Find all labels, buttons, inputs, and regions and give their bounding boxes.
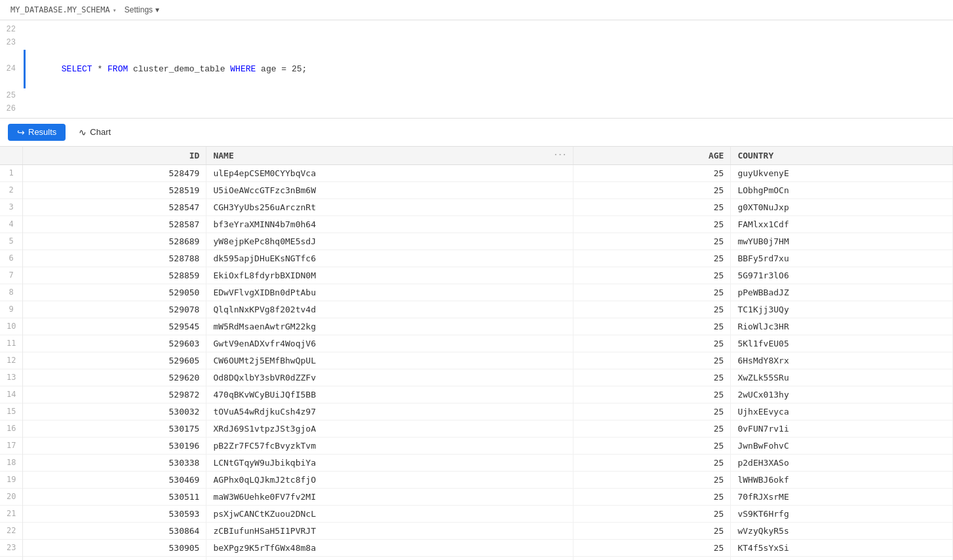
col-name-label: NAME	[213, 151, 233, 160]
cell-id: 529050	[23, 284, 206, 301]
cell-id: 530864	[23, 522, 206, 539]
cell-age: 25	[574, 233, 731, 250]
cell-id: 530469	[23, 471, 206, 488]
cell-age: 25	[574, 215, 731, 233]
cell-country: JwnBwFohvC	[731, 437, 953, 454]
row-number: 19	[0, 471, 23, 488]
cell-country: guyUkvenyE	[731, 164, 953, 181]
cell-name: XRdJ69S1vtpzJSt3gjoA	[206, 420, 574, 437]
cell-age: 25	[574, 403, 731, 420]
cell-name: AGPhx0qLQJkmJ2tc8fjO	[206, 471, 574, 488]
cell-age: 25	[574, 198, 731, 215]
header-row: ID NAME ··· AGE COUNTRY	[0, 147, 953, 165]
table-row: 11529603GwtV9enADXvfr4WoqjV6255Kl1fvEU05	[0, 335, 953, 352]
cell-age: 25	[574, 386, 731, 403]
cell-age: 25	[574, 250, 731, 267]
row-number: 12	[0, 352, 23, 369]
cell-age: 25	[574, 369, 731, 386]
db-selector[interactable]: MY_DATABASE.MY_SCHEMA ▾	[10, 5, 117, 14]
settings-button[interactable]: Settings ▾	[125, 5, 159, 14]
table-row: 5528689yW8ejpKePc8hq0ME5sdJ25mwYUB0j7HM	[0, 233, 953, 250]
row-number: 21	[0, 505, 23, 522]
line-number: 22	[0, 24, 24, 35]
cell-country: mwYUB0j7HM	[731, 233, 953, 250]
sql-editor[interactable]: 22 23 24 SELECT * FROM cluster_demo_tabl…	[0, 20, 953, 119]
table-row: 23530905beXPgz9K5rTfGWx48m8a25KT4f5sYxSi	[0, 539, 953, 556]
cell-country: LObhgPmOCn	[731, 181, 953, 198]
cell-id: 530032	[23, 403, 206, 420]
cell-country: 5G971r3lO6	[731, 267, 953, 284]
results-label: Results	[28, 127, 56, 137]
row-num-header	[0, 147, 23, 165]
chart-button[interactable]: ∿ Chart	[71, 124, 119, 141]
line-number: 24	[0, 63, 24, 75]
cell-country: 0vFUN7rv1i	[731, 420, 953, 437]
table-row: 12529605CW6OUMt2j5EMfBhwQpUL256HsMdY8Xrx	[0, 352, 953, 369]
cell-id: 528519	[23, 181, 206, 198]
top-bar: MY_DATABASE.MY_SCHEMA ▾ Settings ▾	[0, 0, 953, 20]
cell-country: g0XT0NuJxp	[731, 198, 953, 215]
cell-name: U5iOeAWccGTFzc3nBm6W	[206, 181, 574, 198]
results-button[interactable]: ↪ Results	[8, 124, 66, 141]
table-row: 15530032tOVuA54wRdjkuCsh4z9725UjhxEEvyca	[0, 403, 953, 420]
col-age-label: AGE	[709, 151, 724, 160]
cell-id: 530338	[23, 454, 206, 471]
cell-name: QlqlnNxKPVg8f202tv4d	[206, 301, 574, 318]
col-country-label: COUNTRY	[737, 151, 773, 160]
row-number: 14	[0, 386, 23, 403]
cell-name: CGH3YyUbs256uArcznRt	[206, 198, 574, 215]
line-number: 23	[0, 37, 24, 48]
cell-country: XwZLk55SRu	[731, 369, 953, 386]
row-number: 4	[0, 215, 23, 233]
cell-id: 528689	[23, 233, 206, 250]
cell-country: wVzyQkyR5s	[731, 522, 953, 539]
editor-line-26: 26	[0, 102, 953, 115]
cell-age: 25	[574, 437, 731, 454]
editor-line-22: 22	[0, 23, 953, 36]
cell-age: 25	[574, 505, 731, 522]
col-header-id[interactable]: ID	[23, 147, 206, 165]
cell-id: 530593	[23, 505, 206, 522]
results-container: ID NAME ··· AGE COUNTRY 1528479ulEp4epCS…	[0, 147, 953, 561]
col-header-age[interactable]: AGE	[574, 147, 731, 165]
chart-label: Chart	[90, 127, 111, 137]
table-row: 18530338LCNtGTqyW9uJbikqbiYa25p2dEH3XASo	[0, 454, 953, 471]
table-row: 24531074WQutRagWSzzkctZh0pGo25kQkkg5edhN	[0, 556, 953, 560]
cell-id: 529545	[23, 318, 206, 335]
col-header-name[interactable]: NAME ···	[206, 147, 574, 165]
chart-icon: ∿	[79, 127, 87, 138]
table-row: 22530864zCBIufunHSaH5I1PVRJT25wVzyQkyR5s	[0, 522, 953, 539]
cell-id: 528788	[23, 250, 206, 267]
cell-id: 529872	[23, 386, 206, 403]
cell-name: mW5RdMsaenAwtrGM22kg	[206, 318, 574, 335]
table-row: 6528788dk595apjDHuEKsNGTfc625BBFy5rd7xu	[0, 250, 953, 267]
table-row: 13529620Od8DQxlbY3sbVR0dZZFv25XwZLk55SRu	[0, 369, 953, 386]
cell-id: 530196	[23, 437, 206, 454]
row-number: 2	[0, 181, 23, 198]
cell-name: CW6OUMt2j5EMfBhwQpUL	[206, 352, 574, 369]
row-number: 20	[0, 488, 23, 505]
cell-country: 70fRJXsrME	[731, 488, 953, 505]
cell-age: 25	[574, 318, 731, 335]
cell-id: 528479	[23, 164, 206, 181]
toolbar: ↪ Results ∿ Chart	[0, 119, 953, 147]
cell-name: WQutRagWSzzkctZh0pGo	[206, 556, 574, 560]
cell-id: 528859	[23, 267, 206, 284]
row-number: 10	[0, 318, 23, 335]
cell-age: 25	[574, 164, 731, 181]
line-content: SELECT * FROM cluster_demo_table WHERE a…	[31, 50, 307, 88]
table-header: ID NAME ··· AGE COUNTRY	[0, 147, 953, 165]
col-menu-icon: ···	[554, 151, 567, 159]
cell-age: 25	[574, 301, 731, 318]
cell-country: FAMlxx1Cdf	[731, 215, 953, 233]
row-number: 8	[0, 284, 23, 301]
cell-name: yW8ejpKePc8hq0ME5sdJ	[206, 233, 574, 250]
table-row: 7528859EkiOxfL8fdyrbBXIDN0M255G971r3lO6	[0, 267, 953, 284]
db-chevron-icon: ▾	[113, 7, 117, 14]
table-row: 3528547CGH3YyUbs256uArcznRt25g0XT0NuJxp	[0, 198, 953, 215]
table-row: 19530469AGPhx0qLQJkmJ2tc8fjO25lWHWBJ6okf	[0, 471, 953, 488]
table-row: 21530593psXjwCANCtKZuou2DNcL25vS9KT6Hrfg	[0, 505, 953, 522]
cell-country: 2wUCx013hy	[731, 386, 953, 403]
cell-country: p2dEH3XASo	[731, 454, 953, 471]
col-header-country[interactable]: COUNTRY	[731, 147, 953, 165]
